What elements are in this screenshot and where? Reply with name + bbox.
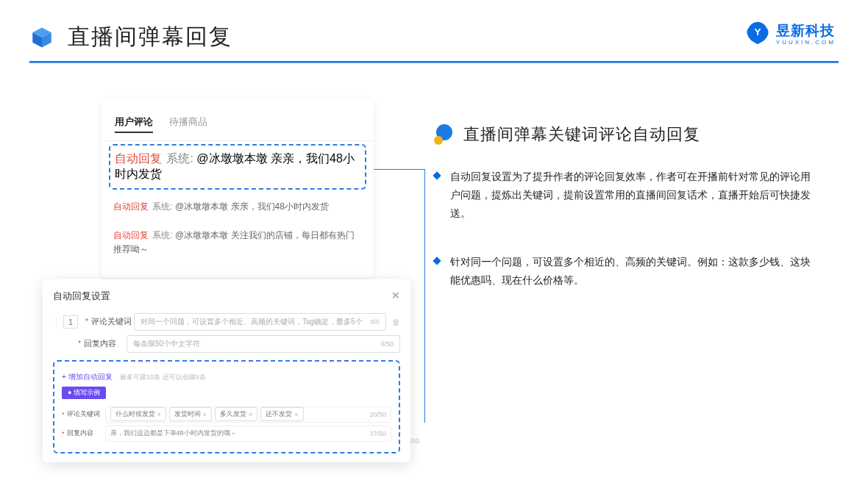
- bullet-text-1: 自动回复设置为了提升作者的评论回复效率，作者可在开播前针对常见的评论用户问题，提…: [450, 168, 817, 223]
- tag-list: 什么时候发货×发货时间×多久发货×还不发货×: [110, 407, 307, 421]
- content-input[interactable]: 每条限50个中文字符 0/50: [127, 335, 400, 353]
- tab-user-comments[interactable]: 用户评论: [115, 112, 153, 133]
- ex-content-label: 回复内容: [67, 428, 105, 438]
- add-auto-reply-link[interactable]: + 增加自动回复: [62, 373, 113, 381]
- brand-logo-icon: Y: [745, 21, 770, 46]
- sys-prefix: 系统:: [166, 152, 193, 165]
- ex-kw-field[interactable]: 什么时候发货×发货时间×多久发货×还不发货× 20/50: [105, 406, 391, 423]
- tag-remove-icon[interactable]: ×: [249, 411, 252, 418]
- content-label: 回复内容: [84, 338, 127, 349]
- comments-card: 用户评论 待播商品 自动回复 系统: @冰墩墩本墩 亲亲，我们48小时内发货 自…: [102, 99, 374, 278]
- keyword-tag[interactable]: 什么时候发货×: [110, 407, 166, 421]
- header-divider: [29, 61, 839, 63]
- outer-counter: /50: [410, 437, 419, 445]
- keyword-tag[interactable]: 发货时间×: [169, 407, 212, 421]
- index-box: 1: [63, 315, 78, 329]
- settings-title: 自动回复设置: [53, 290, 110, 303]
- connector-line: [374, 169, 425, 423]
- required-star: *: [85, 317, 88, 326]
- comment-row-3: 自动回复 系统: @冰墩墩本墩 关注我们的店铺，每日都有热门推荐呦～: [102, 221, 374, 264]
- highlighted-comment: 自动回复 系统: @冰墩墩本墩 亲亲，我们48小时内发货: [109, 144, 366, 190]
- auto-reply-tag: 自动回复: [115, 152, 162, 165]
- cube-icon: [29, 25, 54, 50]
- example-highlight: + 增加自动回复 最多可建10条 还可以创建9条 ● 填写示例 * 评论关键词 …: [53, 360, 400, 453]
- drag-handle-icon[interactable]: ⋮⋮: [53, 317, 60, 326]
- diamond-bullet-icon: [433, 256, 441, 265]
- tab-pending-goods[interactable]: 待播商品: [169, 112, 207, 133]
- bullet-text-2: 针对同一个问题，可设置多个相近的、高频的关键词。例如：这款多少钱、这块能优惠吗、…: [450, 253, 817, 290]
- svg-text:Y: Y: [754, 26, 761, 37]
- diamond-bullet-icon: [433, 171, 441, 179]
- brand-name: 昱新科技: [776, 21, 836, 40]
- page-title: 直播间弹幕回复: [68, 22, 232, 52]
- comment-row-2: 自动回复 系统: @冰墩墩本墩 亲亲，我们48小时内发货: [102, 193, 374, 221]
- keyword-tag[interactable]: 多久发货×: [215, 407, 257, 421]
- settings-card: 自动回复设置 ✕ ⋮⋮ 1 * 评论关键词 对同一个问题，可设置多个相近、高频的…: [43, 279, 410, 462]
- tag-remove-icon[interactable]: ×: [157, 411, 161, 418]
- ex-content-field[interactable]: 亲，我们这边都是下单48小时内发货的哦～ 37/50: [105, 426, 391, 442]
- keyword-input[interactable]: 对同一个问题，可设置多个相近、高频的关键词，Tag确定，最多5个 0/5: [134, 313, 386, 331]
- keyword-tag[interactable]: 还不发货×: [260, 407, 303, 421]
- add-desc: 最多可建10条 还可以创建9条: [120, 373, 206, 381]
- brand-subtitle: YUUXIN.COM: [776, 39, 836, 46]
- section-dot-icon: [434, 124, 455, 145]
- keyword-label: 评论关键词: [91, 316, 134, 327]
- ex-kw-label: 评论关键词: [67, 409, 105, 419]
- brand-logo-area: Y 昱新科技 YUUXIN.COM: [745, 21, 836, 46]
- section-title: 直播间弹幕关键词评论自动回复: [463, 123, 700, 146]
- tag-remove-icon[interactable]: ×: [203, 411, 207, 418]
- tag-remove-icon[interactable]: ×: [294, 411, 298, 418]
- example-badge: ● 填写示例: [62, 387, 106, 399]
